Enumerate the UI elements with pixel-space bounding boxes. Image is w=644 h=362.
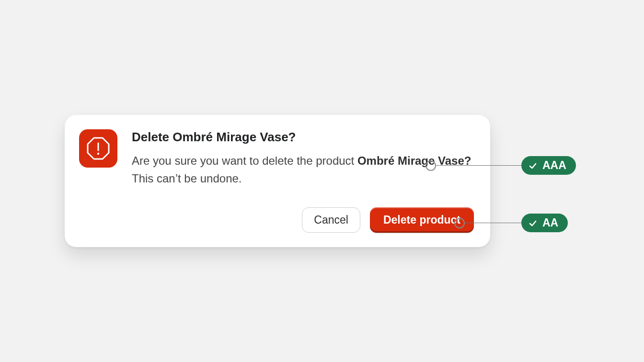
alert-icon — [79, 129, 117, 168]
dialog-text: Delete Ombré Mirage Vase? Are you sure y… — [132, 129, 474, 187]
page: Delete Ombré Mirage Vase? Are you sure y… — [0, 0, 644, 362]
contrast-callout-text: AAA — [426, 156, 576, 175]
dialog-title: Delete Ombré Mirage Vase? — [132, 129, 474, 145]
dialog-actions: Cancel Delete product — [79, 207, 474, 233]
check-icon — [528, 218, 538, 228]
callout-leader-line — [436, 165, 521, 166]
contrast-callout-button: AA — [454, 214, 568, 232]
dialog-body: Delete Ombré Mirage Vase? Are you sure y… — [79, 129, 474, 187]
svg-point-2 — [97, 153, 99, 155]
check-icon — [528, 161, 538, 170]
contrast-badge-aaa: AAA — [521, 156, 576, 175]
contrast-badge-aaa-label: AAA — [542, 160, 566, 171]
contrast-badge-aa-label: AA — [542, 217, 558, 228]
contrast-badge-aa: AA — [521, 214, 568, 232]
callout-leader-line — [465, 223, 521, 224]
delete-confirmation-dialog: Delete Ombré Mirage Vase? Are you sure y… — [65, 115, 490, 247]
callout-marker-icon — [426, 160, 436, 171]
callout-marker-icon — [454, 218, 465, 228]
cancel-button[interactable]: Cancel — [302, 207, 360, 233]
dialog-description: Are you sure you want to delete the prod… — [132, 152, 474, 187]
dialog-description-suffix: This can’t be undone. — [132, 172, 242, 185]
dialog-description-prefix: Are you sure you want to delete the prod… — [132, 154, 357, 167]
